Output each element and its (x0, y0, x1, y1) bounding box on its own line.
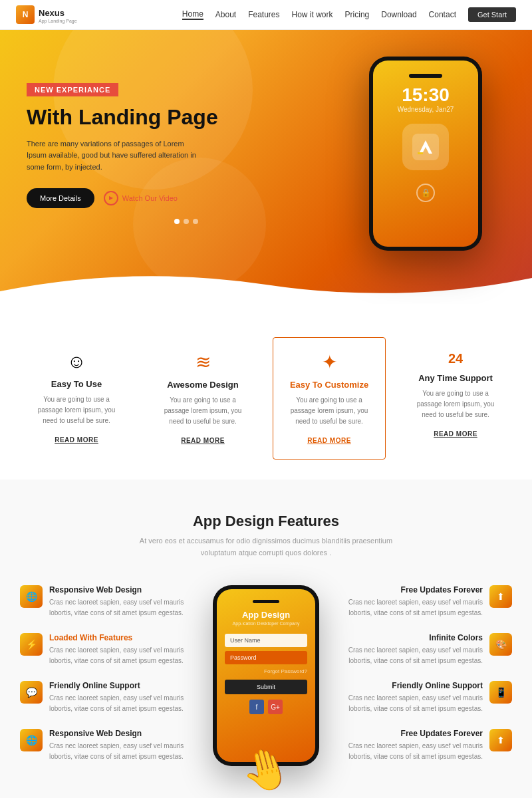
feature-awesome: ≋ Awesome Design You are going to use a … (146, 337, 259, 460)
app-features-section: App Design Features At vero eos et accus… (0, 479, 532, 798)
features-section: ☺ Easy To Use You are going to use a pas… (0, 304, 532, 479)
app-features-title: App Design Features (20, 513, 512, 530)
more-details-button[interactable]: More Details (27, 188, 94, 208)
ri-icon-4: ⬆ (489, 729, 512, 751)
feature-easy-use: ☺ Easy To Use You are going to use a pas… (20, 337, 133, 460)
fb-icon: f (249, 700, 264, 714)
watch-video-button[interactable]: ▶ Watch Our Video (104, 191, 178, 205)
fi-text-4: Responsive Web Design Cras nec laoreet s… (49, 729, 186, 762)
phone-notch (409, 74, 442, 78)
easy-use-icon: ☺ (30, 351, 123, 372)
hero-section: NEW EXPERIANCE With Landing Page There a… (0, 30, 532, 304)
feature-desc-1: You are going to use a passage lorem ips… (30, 394, 123, 426)
app-logo-icon (412, 134, 439, 160)
dot-1[interactable] (174, 219, 180, 224)
phone-screen: 15:30 Wednesday, Jan27 🔒 (373, 61, 478, 247)
logo: N Nexus App Landing Page (16, 5, 77, 24)
feature-link-1[interactable]: READ MORE (55, 436, 98, 444)
forgot-password: Forgot Password? (225, 668, 307, 674)
phone-app-icon (402, 124, 449, 170)
nav-features[interactable]: Features (248, 10, 279, 19)
feature-title-1: Easy To Use (30, 379, 123, 389)
left-item-3: 💬 Friendly Online Support Cras nec laore… (20, 681, 186, 714)
phone2-sub: App-ication Desktoper Company (225, 621, 307, 626)
app-features-subtitle: At vero eos et accusamus for odio dignis… (126, 535, 406, 559)
features-right-col: ⬆ Free Updates Forever Cras nec laoreet … (346, 585, 512, 762)
right-item-1: ⬆ Free Updates Forever Cras nec laoreet … (346, 585, 512, 618)
nav-links: Home About Features How it work Pricing … (182, 7, 516, 22)
hero-phone: 15:30 Wednesday, Jan27 🔒 (346, 57, 505, 251)
ri-icon-2: 🎨 (489, 633, 512, 656)
nav-pricing[interactable]: Pricing (345, 10, 370, 19)
hero-title: With Landing Page (27, 104, 346, 130)
hero-wave (0, 265, 532, 304)
phone2-notch (253, 600, 279, 603)
feature-link-4[interactable]: READ MORE (434, 430, 477, 438)
hand-area: 🤚 (213, 746, 319, 793)
phone2-password: Password (225, 651, 307, 664)
fi-text-3: Friendly Online Support Cras nec laoreet… (49, 681, 186, 714)
logo-icon: N (16, 5, 35, 24)
feature-title-3: Easy To Customize (283, 380, 376, 390)
hero-buttons: More Details ▶ Watch Our Video (27, 188, 346, 208)
feature-desc-3: You are going to use a passage lorem ips… (283, 395, 376, 427)
right-item-4: ⬆ Free Updates Forever Cras nec laoreet … (346, 729, 512, 762)
nav-download[interactable]: Download (381, 10, 416, 19)
dot-2[interactable] (184, 219, 189, 224)
dot-3[interactable] (193, 219, 198, 224)
feature-customize: ✦ Easy To Customize You are going to use… (273, 337, 386, 460)
lock-icon: 🔒 (416, 184, 435, 202)
features-grid: ☺ Easy To Use You are going to use a pas… (20, 337, 512, 460)
left-item-2: ⚡ Loaded With Features Cras nec laoreet … (20, 633, 186, 666)
play-icon: ▶ (104, 191, 118, 205)
feature-support: 24 Any Time Support You are going to use… (399, 337, 512, 460)
center-phone-area: App Design App-ication Desktoper Company… (200, 585, 332, 793)
ri-text-4: Free Updates Forever Cras nec laoreet sa… (346, 729, 483, 762)
svg-rect-1 (418, 152, 423, 154)
feature-link-3[interactable]: READ MORE (307, 437, 351, 444)
phone2-submit: Submit (225, 680, 307, 694)
feature-title-4: Any Time Support (409, 373, 502, 383)
customize-icon: ✦ (283, 351, 376, 373)
ri-text-2: Infinite Colors Cras nec laoreet sapien,… (346, 633, 483, 666)
ri-text-1: Free Updates Forever Cras nec laoreet sa… (346, 585, 483, 618)
logo-text: Nexus App Landing Page (39, 7, 77, 23)
phone2-title: App Design (225, 610, 307, 620)
fi-text-2: Loaded With Features Cras nec laoreet sa… (49, 633, 186, 666)
hero-dots (27, 219, 346, 224)
fi-icon-1: 🌐 (20, 585, 43, 608)
get-start-button[interactable]: Get Start (468, 7, 516, 22)
fi-icon-2: ⚡ (20, 633, 43, 656)
hero-desc: There are many variations of passages of… (27, 138, 200, 174)
ri-icon-1: ⬆ (489, 585, 512, 608)
phone-lock: 🔒 (382, 184, 469, 202)
features-left-col: 🌐 Responsive Web Design Cras nec laoreet… (20, 585, 186, 762)
support-icon: 24 (409, 351, 502, 366)
ri-icon-3: 📱 (489, 681, 512, 704)
ri-text-3: Friendly Online Support Cras nec laoreet… (346, 681, 483, 714)
feature-desc-4: You are going to use a passage lorem ips… (409, 388, 502, 420)
fi-icon-3: 💬 (20, 681, 43, 704)
nav-how[interactable]: How it work (292, 10, 333, 19)
app-features-grid: 🌐 Responsive Web Design Cras nec laoreet… (20, 585, 512, 793)
phone2-username: User Name (225, 634, 307, 647)
fi-icon-4: 🌐 (20, 729, 43, 751)
left-item-1: 🌐 Responsive Web Design Cras nec laoreet… (20, 585, 186, 618)
hero-badge: NEW EXPERIANCE (27, 83, 118, 96)
nav-about[interactable]: About (215, 10, 236, 19)
phone-date: Wednesday, Jan27 (382, 106, 469, 113)
right-item-3: 📱 Friendly Online Support Cras nec laore… (346, 681, 512, 714)
navbar: N Nexus App Landing Page Home About Feat… (0, 0, 532, 30)
phone2-wrapper: App Design App-ication Desktoper Company… (213, 585, 319, 793)
phone-time: 15:30 (382, 84, 469, 106)
awesome-icon: ≋ (156, 351, 249, 373)
phone2-social: f G+ (225, 700, 307, 714)
fi-text-1: Responsive Web Design Cras nec laoreet s… (49, 585, 186, 618)
feature-desc-2: You are going to use a passage lorem ips… (156, 395, 249, 427)
phone-mockup: 15:30 Wednesday, Jan27 🔒 (369, 57, 482, 251)
feature-title-2: Awesome Design (156, 380, 249, 390)
nav-contact[interactable]: Contact (429, 10, 456, 19)
google-icon: G+ (268, 700, 283, 714)
feature-link-2[interactable]: READ MORE (181, 437, 225, 444)
nav-home[interactable]: Home (182, 9, 203, 20)
